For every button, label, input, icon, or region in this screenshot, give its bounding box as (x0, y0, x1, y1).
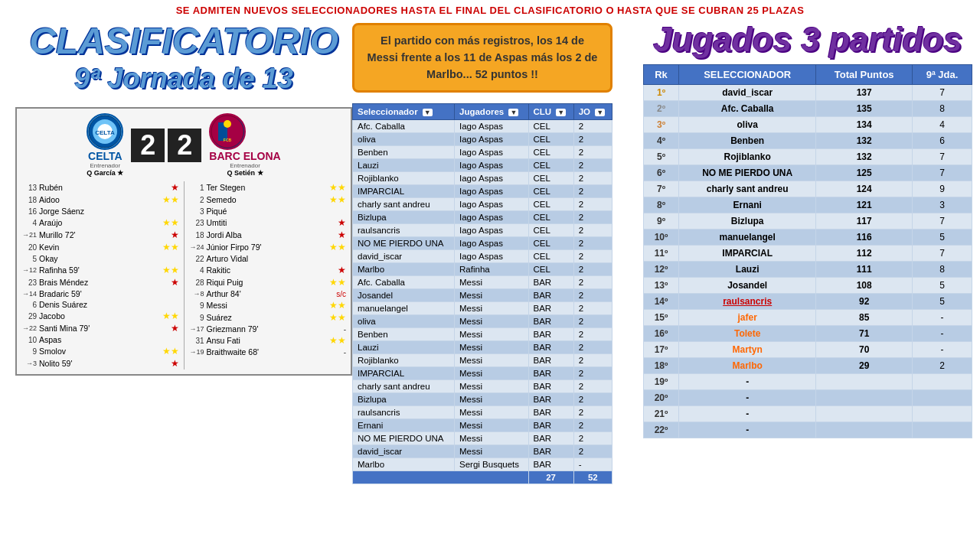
cell-jo: 2 (573, 380, 612, 393)
cell-jo: 2 (573, 367, 612, 380)
table-row: Bizlupa Iago Aspas CEL 2 (353, 211, 612, 224)
cell-jda: - (913, 342, 972, 358)
svg-text:FCB: FCB (224, 138, 232, 142)
cell-jug: Iago Aspas (455, 224, 528, 237)
cell-rk: 14º (644, 294, 679, 310)
cell-jug: Iago Aspas (455, 172, 528, 185)
cell-sel: Rojiblanko (353, 354, 455, 367)
cell-jo: 2 (573, 237, 612, 250)
cell-pts (816, 406, 913, 422)
cell-jug: Iago Aspas (455, 198, 528, 211)
cell-jug: Messi (455, 315, 528, 328)
cell-sel: NO ME PIERDO UNA (353, 432, 455, 445)
ranking-row: 3º oliva 134 4 (644, 117, 972, 133)
cell-clu: BAR (528, 432, 573, 445)
cell-jda (913, 422, 972, 438)
ranking-row: 19º - (644, 374, 972, 390)
cell-sel: Afc. Caballa (353, 276, 455, 289)
cell-pts: 121 (816, 197, 913, 213)
ranking-row: 10º manuelangel 116 5 (644, 230, 972, 246)
cell-name: charly sant andreu (679, 181, 816, 197)
cell-sel: raulsancris (353, 406, 455, 419)
cell-rk: 21º (644, 406, 679, 422)
total-pts: 52 (573, 471, 612, 484)
player-row: 18Jordi Alba★ (189, 229, 347, 241)
cell-jda: - (913, 326, 972, 342)
celta-logo: CELTA (87, 113, 123, 150)
cell-sel: charly sant andreu (353, 198, 455, 211)
cell-rk: 11º (644, 246, 679, 262)
cell-sel: Bizlupa (353, 211, 455, 224)
cell-jo: 2 (573, 224, 612, 237)
cell-rk: 20º (644, 390, 679, 406)
score2: 2 (168, 129, 201, 162)
cell-rk: 17º (644, 342, 679, 358)
barca-logo: FCB (209, 113, 246, 150)
celta-players: 13Rubén★ 18Aidoo★★ 16Jorge Sáenz 4Araújo… (21, 181, 179, 370)
cell-rk: 7º (644, 181, 679, 197)
cell-jda: 7 (913, 85, 972, 101)
cell-rk: 5º (644, 149, 679, 165)
cell-jo: 2 (573, 133, 612, 146)
cell-rk: 4º (644, 133, 679, 149)
cell-rk: 2º (644, 101, 679, 117)
cell-jug: Rafinha (455, 263, 528, 276)
cell-pts: 132 (816, 149, 913, 165)
cell-jda: 9 (913, 181, 972, 197)
ranking-row: 14º raulsancris 92 5 (644, 294, 972, 310)
cell-name: NO ME PIERDO UNA (679, 165, 816, 181)
cell-pts (816, 374, 913, 390)
cell-jug: Iago Aspas (455, 185, 528, 198)
cell-sel: Lauzi (353, 341, 455, 354)
cell-pts: 132 (816, 133, 913, 149)
cell-pts: 71 (816, 326, 913, 342)
player-row: →8Arthur 84's/c (189, 288, 347, 299)
cell-jda: 8 (913, 262, 972, 278)
cell-name: Ernani (679, 197, 816, 213)
cell-jug: Messi (455, 276, 528, 289)
highlight-box: El partido con más registros, los 14 de … (352, 23, 612, 93)
table-row: Afc. Caballa Iago Aspas CEL 2 (353, 120, 612, 133)
cell-name: manuelangel (679, 230, 816, 246)
cell-name: raulsancris (679, 294, 816, 310)
cell-jug: Messi (455, 393, 528, 406)
cell-jda (913, 406, 972, 422)
player-row: 23Umtiti★ (189, 217, 347, 229)
table-row: oliva Messi BAR 2 (353, 315, 612, 328)
player-row: 1Ter Stegen★★ (189, 181, 347, 194)
ranking-row: 13º Josandel 108 5 (644, 278, 972, 294)
cell-pts: 135 (816, 101, 913, 117)
cell-sel: raulsancris (353, 224, 455, 237)
cell-jo: 2 (573, 445, 612, 458)
cell-name: - (679, 390, 816, 406)
cell-jda: 3 (913, 197, 972, 213)
player-row: 31Ansu Fati★★ (189, 334, 347, 347)
cell-clu: BAR (528, 367, 573, 380)
cell-jda: 7 (913, 165, 972, 181)
cell-name: Martyn (679, 342, 816, 358)
cell-jo: 2 (573, 419, 612, 432)
cell-jo: 2 (573, 211, 612, 224)
cell-sel: david_iscar (353, 445, 455, 458)
cell-jo: 2 (573, 341, 612, 354)
cell-sel: Marlbo (353, 458, 455, 471)
cell-jug: Messi (455, 445, 528, 458)
cell-sel: IMPARCIAL (353, 367, 455, 380)
player-row: →12Rafinha 59'★★ (21, 264, 179, 276)
cell-jug: Sergi Busquets (455, 458, 528, 471)
table-row: Marlbo Sergi Busquets BAR - (353, 458, 612, 471)
table-row: Lauzi Iago Aspas CEL 2 (353, 159, 612, 172)
jornada-title: 9ª Jornada de 13 (15, 63, 352, 95)
cell-name: Josandel (679, 278, 816, 294)
cell-name: IMPARCIAL (679, 246, 816, 262)
cell-clu: CEL (528, 146, 573, 159)
cell-rk: 3º (644, 117, 679, 133)
table-row: david_iscar Iago Aspas CEL 2 (353, 250, 612, 263)
cell-jug: Messi (455, 354, 528, 367)
player-row: 6Denis Suárez (21, 299, 179, 310)
cell-pts: 137 (816, 85, 913, 101)
cell-jda: 8 (913, 101, 972, 117)
cell-jo: 2 (573, 289, 612, 302)
player-row: 9Suárez★★ (189, 311, 347, 324)
cell-pts: 112 (816, 246, 913, 262)
